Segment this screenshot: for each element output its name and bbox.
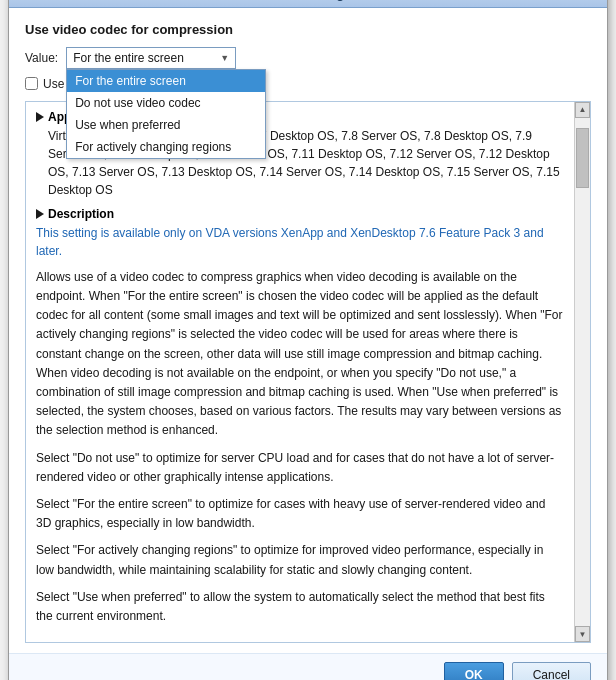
scroll-down-button[interactable]: ▼: [575, 626, 590, 642]
desc-title: Description: [48, 207, 114, 221]
checkbox-label: Use: [43, 77, 64, 91]
dropdown-container: For the entire screen For the entire scr…: [66, 47, 236, 69]
dialog-body: Use video codec for compression Value: F…: [9, 8, 607, 653]
desc-para-2: Select "For the entire screen" to optimi…: [36, 495, 564, 533]
dropdown-menu: For the entire screen Do not use video c…: [66, 69, 266, 159]
section-title: Use video codec for compression: [25, 22, 591, 37]
dropdown-option-2[interactable]: Use when preferred: [67, 114, 265, 136]
scroll-thumb-area: [575, 118, 590, 626]
value-label: Value:: [25, 51, 58, 65]
desc-para-1: Select "Do not use" to optimize for serv…: [36, 449, 564, 487]
use-checkbox[interactable]: [25, 77, 38, 90]
dialog-title: Edit Setting: [9, 0, 607, 8]
desc-triangle-icon: [36, 209, 44, 219]
description-section: Description This setting is available on…: [36, 207, 564, 626]
dropdown-option-0[interactable]: For the entire screen: [67, 70, 265, 92]
scrollbar-track: ▲ ▼: [574, 102, 590, 642]
dropdown-option-3[interactable]: For actively changing regions: [67, 136, 265, 158]
content-area: Appl ications Virtu 7.6 Desktop OS, 7.7 …: [25, 101, 591, 643]
cancel-button[interactable]: Cancel: [512, 662, 591, 680]
edit-setting-dialog: Edit Setting Use video codec for compres…: [8, 0, 608, 680]
scroll-up-button[interactable]: ▲: [575, 102, 590, 118]
codec-dropdown[interactable]: For the entire screen: [66, 47, 236, 69]
desc-para-3: Select "For actively changing regions" t…: [36, 541, 564, 579]
value-row: Value: For the entire screen For the ent…: [25, 47, 591, 69]
dropdown-option-1[interactable]: Do not use video codec: [67, 92, 265, 114]
ok-button[interactable]: OK: [444, 662, 504, 680]
desc-header: Description: [36, 207, 564, 221]
scroll-thumb[interactable]: [576, 128, 589, 188]
triangle-icon: [36, 112, 44, 122]
desc-para-0: Allows use of a video codec to compress …: [36, 268, 564, 441]
scrollable-content[interactable]: Appl ications Virtu 7.6 Desktop OS, 7.7 …: [26, 102, 574, 642]
desc-intro: This setting is available only on VDA ve…: [36, 224, 564, 260]
dialog-footer: OK Cancel: [9, 653, 607, 680]
desc-para-4: Select "Use when preferred" to allow the…: [36, 588, 564, 626]
